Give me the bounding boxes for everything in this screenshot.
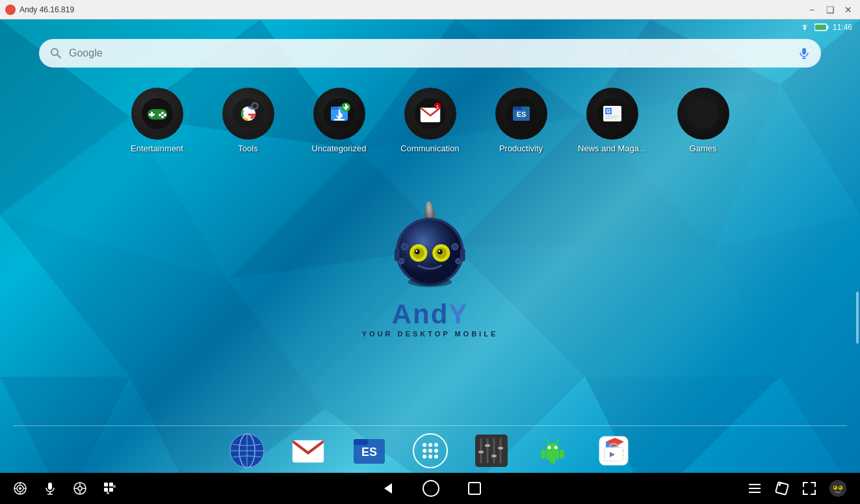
svg-marker-163 <box>778 484 781 486</box>
svg-marker-16 <box>0 214 228 377</box>
productivity-icon: ES <box>495 88 547 140</box>
nav-grid-icon[interactable] <box>103 481 117 496</box>
svg-point-108 <box>423 443 426 447</box>
communication-label: Communication <box>400 144 459 153</box>
nav-menu-icon[interactable] <box>747 481 762 496</box>
svg-point-114 <box>423 455 426 459</box>
nav-back-button[interactable] <box>378 479 396 498</box>
svg-text:1: 1 <box>436 105 439 109</box>
mic-icon[interactable] <box>798 47 811 60</box>
svg-marker-17 <box>130 279 325 409</box>
svg-rect-50 <box>257 105 259 107</box>
dock-android[interactable] <box>532 430 573 472</box>
svg-point-82 <box>452 244 458 250</box>
svg-rect-93 <box>395 249 400 261</box>
titlebar-left: Andy 46.16.819 <box>5 5 74 15</box>
nav-fullscreen-icon[interactable] <box>801 481 817 496</box>
app-tools[interactable]: Tools <box>203 88 294 153</box>
svg-point-77 <box>688 98 719 129</box>
svg-text:ES: ES <box>516 110 526 118</box>
app-games[interactable]: Games <box>658 88 749 153</box>
search-bar[interactable] <box>39 39 821 68</box>
svg-rect-94 <box>460 249 465 261</box>
entertainment-icon <box>131 88 183 140</box>
dock-equalizer[interactable] <box>471 430 512 472</box>
svg-rect-57 <box>334 119 345 121</box>
svg-point-169 <box>834 486 835 488</box>
app-news[interactable]: G News and Maga... <box>567 88 658 153</box>
app-communication[interactable]: 1 Communication <box>385 88 476 153</box>
nav-mic-icon[interactable] <box>43 481 57 496</box>
nav-home-button[interactable] <box>422 479 440 498</box>
svg-rect-150 <box>104 483 108 486</box>
svg-point-149 <box>78 486 82 490</box>
andy-robot-image <box>384 201 475 305</box>
entertainment-label: Entertainment <box>131 144 183 153</box>
app-entertainment[interactable]: Entertainment <box>112 88 203 153</box>
svg-marker-22 <box>585 247 780 377</box>
svg-text:G: G <box>606 108 610 114</box>
svg-point-84 <box>456 258 461 264</box>
svg-point-136 <box>19 487 21 490</box>
window-title: Andy 46.16.819 <box>20 5 74 14</box>
svg-rect-124 <box>491 455 497 457</box>
svg-point-111 <box>423 449 426 453</box>
tools-label: Tools <box>238 144 257 153</box>
nav-left <box>13 481 117 496</box>
minimize-button[interactable]: − <box>805 3 818 16</box>
svg-rect-74 <box>605 116 619 117</box>
nav-camera-icon[interactable] <box>13 481 27 496</box>
dock-es[interactable]: ES <box>348 430 390 472</box>
apps-row: Entertainment <box>0 88 860 153</box>
andy-name: AndY <box>392 299 469 330</box>
svg-rect-49 <box>251 105 253 107</box>
svg-rect-155 <box>107 492 109 494</box>
svg-point-113 <box>434 449 438 453</box>
app-productivity[interactable]: ES Productivity <box>476 88 567 153</box>
svg-point-81 <box>402 244 408 250</box>
productivity-label: Productivity <box>499 144 543 153</box>
dock-apps-grid[interactable] <box>410 430 451 472</box>
nav-andy-icon[interactable] <box>829 479 847 498</box>
svg-point-95 <box>408 277 452 287</box>
svg-point-40 <box>161 112 164 114</box>
andy-name-prefix: And <box>392 299 449 329</box>
uncategorized-label: Uncategorized <box>312 144 367 153</box>
svg-rect-30 <box>815 25 825 30</box>
news-icon: G <box>586 88 638 140</box>
status-time: 11:46 <box>833 23 852 32</box>
close-button[interactable]: ✕ <box>842 3 855 16</box>
andy-name-suffix: Y <box>449 299 468 329</box>
dock-play-store[interactable] <box>593 430 634 472</box>
nav-right <box>747 479 847 498</box>
andy-logo: AndY YOUR DESKTOP MOBILE <box>362 201 498 338</box>
dock-browser[interactable] <box>226 430 268 472</box>
nav-recent-button[interactable] <box>466 480 483 497</box>
tools-icon <box>222 88 274 140</box>
svg-point-112 <box>428 449 432 453</box>
dock-gmail[interactable] <box>287 430 329 472</box>
nav-location-icon[interactable] <box>73 481 87 496</box>
svg-point-91 <box>416 250 418 252</box>
status-bar: 11:46 <box>0 19 860 35</box>
svg-rect-75 <box>605 118 617 119</box>
svg-marker-156 <box>384 483 392 494</box>
svg-rect-153 <box>109 488 113 492</box>
uncategorized-icon <box>313 88 365 140</box>
app-uncategorized[interactable]: Uncategorized <box>294 88 385 153</box>
dock-divider <box>13 425 847 426</box>
android-screen: 11:46 <box>0 19 860 504</box>
news-label: News and Maga... <box>578 144 646 153</box>
svg-point-157 <box>423 481 439 496</box>
svg-point-170 <box>839 486 840 488</box>
scrollbar-thumb <box>856 292 859 344</box>
nav-rotate-icon[interactable] <box>774 481 790 496</box>
svg-rect-33 <box>802 48 806 55</box>
svg-point-41 <box>164 114 166 116</box>
search-input[interactable] <box>69 47 791 59</box>
svg-point-110 <box>434 443 438 447</box>
search-icon <box>49 47 62 60</box>
svg-line-130 <box>546 439 549 443</box>
svg-point-127 <box>554 446 557 449</box>
maximize-button[interactable]: ❑ <box>824 3 837 16</box>
